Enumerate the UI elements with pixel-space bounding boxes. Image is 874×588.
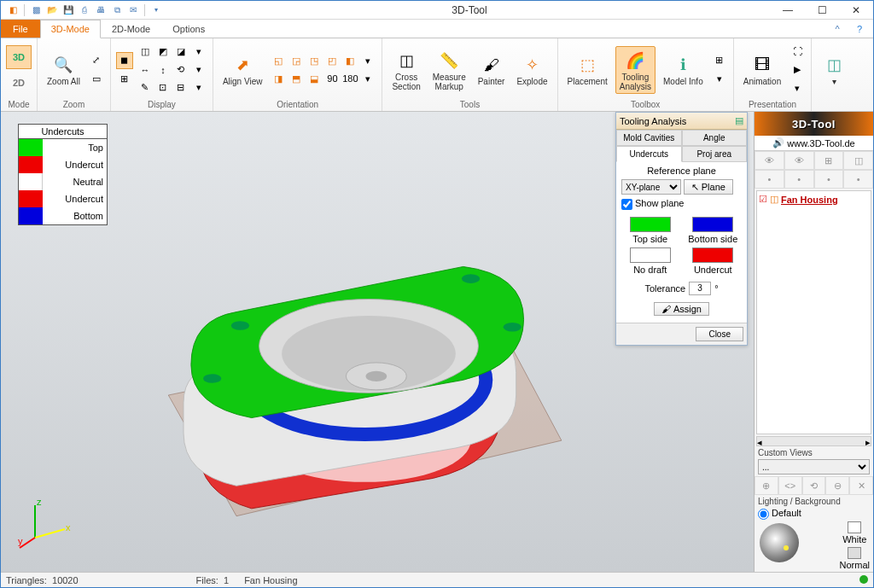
ribbon-minimize-icon[interactable]: ^ <box>829 20 846 38</box>
cv-icon[interactable]: <> <box>778 476 802 495</box>
cv-icon[interactable]: ✕ <box>849 476 873 495</box>
mail-icon[interactable]: ✉ <box>126 3 140 17</box>
disp-opt-icon[interactable]: ✎ <box>137 79 154 96</box>
close-button[interactable]: ✕ <box>839 1 873 20</box>
lighting-sphere[interactable] <box>760 523 799 562</box>
orient-icon[interactable]: ▾ <box>359 52 376 69</box>
tab-angle[interactable]: Angle <box>682 130 748 146</box>
panel-menu-icon[interactable]: ▤ <box>735 115 743 126</box>
model-info-button[interactable]: ℹModel Info <box>659 50 708 89</box>
plane-select[interactable]: XY-plane <box>621 179 681 195</box>
orient-icon[interactable]: 90 <box>323 70 341 87</box>
orient-icon[interactable]: ◨ <box>270 70 287 87</box>
tooling-analysis-panel[interactable]: Tooling Analysis ▤ Mold Cavities Angle U… <box>615 112 748 346</box>
orient-icon[interactable]: ▾ <box>359 70 376 87</box>
cube-icon[interactable]: ◫ <box>843 151 873 170</box>
bottom-color-swatch[interactable] <box>692 217 733 232</box>
nodraft-color-swatch[interactable] <box>630 247 671 263</box>
copy-icon[interactable]: ⧉ <box>110 3 124 17</box>
zoom-all-button[interactable]: 🔍 Zoom All <box>43 50 84 89</box>
plane-button[interactable]: ↖ Plane <box>684 179 733 195</box>
new-icon[interactable]: ▩ <box>29 3 43 17</box>
bg-normal-option[interactable]: Normal <box>840 547 870 570</box>
undercut-color-swatch[interactable] <box>692 247 733 263</box>
align-view-button[interactable]: ⬈ Align View <box>218 50 267 89</box>
disp-opt-icon[interactable]: ▾ <box>190 61 207 79</box>
shade-wire-icon[interactable]: ⊞ <box>116 71 133 88</box>
tooling-analysis-button[interactable]: 🌈Tooling Analysis <box>615 46 656 94</box>
grid-icon[interactable]: ⊞ <box>814 151 844 170</box>
orient-icon[interactable]: ◰ <box>323 52 341 69</box>
tab-mold-cavities[interactable]: Mold Cavities <box>616 130 682 146</box>
default-lighting-radio[interactable]: Default <box>758 508 801 518</box>
toolbox-extra-icon[interactable]: ▾ <box>711 71 728 88</box>
disp-opt-icon[interactable]: ↔ <box>137 61 154 79</box>
top-color-swatch[interactable] <box>630 217 671 232</box>
orient-icon[interactable]: ◧ <box>341 52 358 69</box>
explode-button[interactable]: ✧Explode <box>512 50 551 89</box>
disp-opt-icon[interactable]: ↕ <box>154 61 172 79</box>
custom-views-select[interactable]: ... <box>758 459 870 474</box>
dot-icon[interactable]: • <box>843 170 873 189</box>
qat-dropdown-icon[interactable]: ▾ <box>149 3 163 17</box>
minimize-button[interactable]: — <box>771 1 805 20</box>
measure-button[interactable]: 📏Measure Markup <box>428 46 470 94</box>
scrollbar[interactable]: ◂▸ <box>756 436 871 446</box>
save-icon[interactable]: 💾 <box>61 3 75 17</box>
show-plane-checkbox[interactable]: Show plane <box>621 199 685 208</box>
disp-opt-icon[interactable]: ⊡ <box>154 79 172 96</box>
orient-icon[interactable]: ◱ <box>270 52 287 69</box>
disp-opt-icon[interactable]: ▾ <box>190 44 207 61</box>
assign-button[interactable]: 🖌 Assign <box>654 302 709 316</box>
orient-icon[interactable]: ⬓ <box>306 70 323 87</box>
pres-extra-icon[interactable]: ▾ <box>789 80 806 97</box>
dot-icon[interactable]: • <box>784 170 814 189</box>
cv-icon[interactable]: ⊕ <box>755 476 778 495</box>
checkbox-icon[interactable]: ☑ <box>759 194 767 205</box>
dot-icon[interactable]: • <box>755 170 784 189</box>
orient-icon[interactable]: ◳ <box>306 52 323 69</box>
tolerance-input[interactable] <box>689 282 711 295</box>
bg-white-option[interactable]: White <box>840 521 870 544</box>
tab-options[interactable]: Options <box>161 20 216 38</box>
dot-icon[interactable]: • <box>814 170 844 189</box>
disp-opt-icon[interactable]: ▾ <box>190 79 207 96</box>
model-tree[interactable]: ☑ ◫ Fan Housing <box>756 190 871 434</box>
pres-extra-icon[interactable]: ▶ <box>789 61 806 79</box>
open-icon[interactable]: 📂 <box>45 3 59 17</box>
layout-button[interactable]: ◫▾ <box>817 50 851 89</box>
disp-opt-icon[interactable]: ⊟ <box>172 79 189 96</box>
disp-opt-icon[interactable]: ◩ <box>154 44 172 61</box>
tree-item[interactable]: ☑ ◫ Fan Housing <box>759 193 869 206</box>
close-button[interactable]: Close <box>696 327 743 341</box>
disp-opt-icon[interactable]: ◪ <box>172 44 189 61</box>
tab-file[interactable]: File <box>1 20 40 38</box>
print-icon[interactable]: 🖶 <box>94 3 108 17</box>
3d-viewport[interactable]: Undercuts Top Undercut Neutral Undercut … <box>1 112 754 572</box>
orient-icon[interactable]: ⬒ <box>288 70 305 87</box>
sound-icon[interactable]: 🔊 <box>772 137 784 148</box>
disp-opt-icon[interactable]: ⟲ <box>172 61 189 79</box>
orient-icon[interactable]: 180 <box>341 70 358 87</box>
painter-button[interactable]: 🖌Painter <box>474 50 510 89</box>
pres-extra-icon[interactable]: ⛶ <box>789 43 806 60</box>
cross-section-button[interactable]: ◫Cross Section <box>387 46 424 94</box>
mode-2d-button[interactable]: 2D <box>6 71 32 95</box>
tab-undercuts[interactable]: Undercuts <box>616 146 682 162</box>
cv-icon[interactable]: ⊖ <box>825 476 849 495</box>
mode-3d-button[interactable]: 3D <box>6 45 32 69</box>
tab-2d-mode[interactable]: 2D-Mode <box>101 20 161 38</box>
placement-button[interactable]: ⬚Placement <box>563 50 612 89</box>
eye-icon[interactable]: 👁 <box>784 151 814 170</box>
shade-solid-icon[interactable]: ◼ <box>116 52 133 69</box>
eye-icon[interactable]: 👁 <box>755 151 784 170</box>
zoom-in-icon[interactable]: ⤢ <box>88 52 105 69</box>
panel-title-bar[interactable]: Tooling Analysis ▤ <box>616 113 747 130</box>
tab-3d-mode[interactable]: 3D-Mode <box>40 20 101 38</box>
cv-icon[interactable]: ⟲ <box>802 476 826 495</box>
save-as-icon[interactable]: ⎙ <box>78 3 91 17</box>
maximize-button[interactable]: ☐ <box>805 1 839 20</box>
toolbox-extra-icon[interactable]: ⊞ <box>711 52 728 69</box>
help-icon[interactable]: ? <box>851 20 868 38</box>
zoom-window-icon[interactable]: ▭ <box>88 71 105 88</box>
